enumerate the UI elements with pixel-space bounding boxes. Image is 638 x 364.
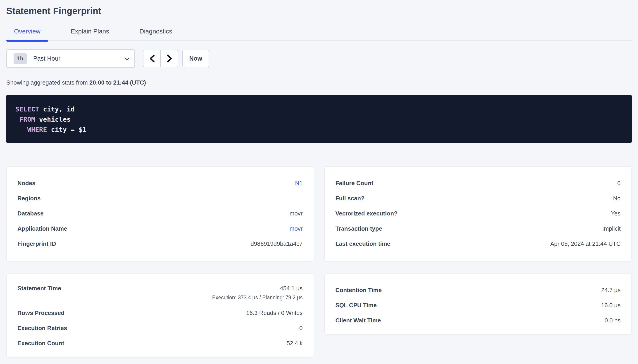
row-label-sql-cpu-time: SQL CPU Time (336, 302, 377, 309)
next-interval-button[interactable] (160, 50, 178, 67)
stats-line-prefix: Showing aggregated stats from (6, 79, 89, 86)
row-label-database: Database (18, 210, 44, 217)
tab-diagnostics-label: Diagnostics (139, 28, 172, 35)
contention-time-value: 24.7 µs (601, 287, 620, 294)
sql-keyword: FROM (19, 116, 35, 123)
execution-attributes-card: Failure Count 0 Full scan? No Vectorized… (324, 166, 632, 261)
cards-row-top: Nodes N1 Regions Database movr Applicati… (6, 166, 632, 261)
chevron-down-icon (125, 56, 130, 60)
nodes-link[interactable]: N1 (295, 180, 302, 187)
last-execution-time-value: Apr 05, 2024 at 21:44 UTC (550, 240, 620, 247)
time-range-badge: 1h (14, 53, 27, 64)
row-label-contention-time: Contention Time (336, 287, 382, 294)
table-row: SQL CPU Time 16.0 µs (336, 298, 621, 313)
execution-retries-value: 0 (299, 325, 302, 332)
table-row: Vectorized execution? Yes (336, 206, 621, 221)
transaction-type-value: Implicit (602, 225, 620, 232)
sql-cpu-time-value: 16.0 µs (601, 302, 620, 309)
aggregated-stats-line: Showing aggregated stats from 20:00 to 2… (6, 79, 632, 86)
application-name-link[interactable]: movr (290, 225, 303, 232)
table-row: Failure Count 0 (336, 176, 621, 191)
tab-explain-plans[interactable]: Explain Plans (63, 24, 117, 40)
time-range-dropdown[interactable]: 1h Past Hour (6, 49, 135, 68)
row-label-vectorized-execution: Vectorized execution? (336, 210, 398, 217)
table-row: Application Name movr (18, 221, 303, 236)
table-row: Database movr (18, 206, 303, 221)
client-wait-time-value: 0.0 ns (604, 317, 620, 324)
rows-processed-value: 16.3 Reads / 0 Writes (246, 310, 303, 316)
stats-line-range: 20:00 to 21:44 (UTC) (89, 79, 146, 86)
statement-time-value: 454.1 µs (280, 285, 302, 292)
row-label-fingerprint-id: Fingerprint ID (18, 240, 56, 247)
row-label-full-scan: Full scan? (336, 195, 365, 202)
database-value: movr (290, 210, 303, 217)
sql-keyword: SELECT (16, 105, 39, 113)
full-scan-value: No (613, 195, 620, 202)
table-row: Client Wait Time 0.0 ns (336, 313, 621, 328)
wait-times-card: Contention Time 24.7 µs SQL CPU Time 16.… (324, 273, 632, 334)
row-label-execution-count: Execution Count (18, 340, 64, 347)
table-row: Last execution time Apr 05, 2024 at 21:4… (336, 236, 621, 252)
now-button-label: Now (189, 55, 202, 62)
application-details-card: Nodes N1 Regions Database movr Applicati… (6, 166, 314, 261)
statement-time-values: 454.1 µs Execution: 373.4 µs / Planning:… (212, 285, 303, 301)
sql-code: city, id (39, 105, 75, 113)
tab-overview-label: Overview (14, 28, 41, 35)
row-label-regions: Regions (18, 195, 41, 202)
sql-keyword: WHERE (27, 126, 47, 134)
table-row: Statement Time 454.1 µs Execution: 373.4… (18, 282, 303, 306)
tab-diagnostics[interactable]: Diagnostics (132, 24, 180, 40)
failure-count-value: 0 (617, 180, 620, 187)
table-row: Nodes N1 (18, 176, 303, 191)
sql-indent (16, 116, 19, 123)
previous-interval-button[interactable] (144, 50, 160, 67)
row-label-nodes: Nodes (18, 180, 35, 187)
row-label-failure-count: Failure Count (336, 180, 374, 187)
execution-count-value: 52.4 k (287, 340, 303, 347)
row-label-last-execution-time: Last execution time (336, 240, 390, 247)
row-label-execution-retries: Execution Retries (18, 325, 67, 332)
table-row: Contention Time 24.7 µs (336, 282, 621, 298)
table-row: Regions (18, 191, 303, 206)
row-label-statement-time: Statement Time (18, 285, 61, 292)
row-label-client-wait-time: Client Wait Time (336, 317, 381, 324)
time-controls: 1h Past Hour Now (6, 49, 632, 68)
chevron-right-icon (167, 54, 172, 63)
chevron-left-icon (149, 54, 155, 63)
fingerprint-id-value: d986919d9ba1a4c7 (251, 240, 303, 247)
tab-explain-plans-label: Explain Plans (71, 28, 109, 35)
sql-indent (16, 126, 27, 134)
row-label-transaction-type: Transaction type (336, 225, 382, 232)
row-label-application-name: Application Name (18, 225, 67, 232)
tab-overview[interactable]: Overview (6, 24, 48, 40)
sql-statement-box: SELECT city, id FROM vehicles WHERE city… (6, 95, 632, 143)
statement-time-breakdown: Execution: 373.4 µs / Planning: 79.2 µs (212, 294, 303, 301)
table-row: Execution Retries 0 (18, 320, 303, 336)
active-tab-underline (6, 40, 48, 42)
time-range-selected: Past Hour (33, 55, 61, 62)
table-row: Full scan? No (336, 191, 621, 206)
now-button[interactable]: Now (182, 50, 209, 67)
cards-row-bottom: Statement Time 454.1 µs Execution: 373.4… (6, 273, 632, 358)
table-row: Rows Processed 16.3 Reads / 0 Writes (18, 306, 303, 320)
table-row: Execution Count 52.4 k (18, 336, 303, 351)
statement-stats-card: Statement Time 454.1 µs Execution: 373.4… (6, 273, 314, 358)
vectorized-execution-value: Yes (611, 210, 620, 217)
row-label-rows-processed: Rows Processed (18, 310, 65, 316)
sql-statement-text: SELECT city, id FROM vehicles WHERE city… (16, 104, 622, 135)
page-title: Statement Fingerprint (6, 6, 632, 16)
sql-code: vehicles (35, 116, 71, 123)
tab-bar: Overview Explain Plans Diagnostics (6, 24, 632, 41)
table-row: Fingerprint ID d986919d9ba1a4c7 (18, 236, 303, 252)
time-nav-group (143, 50, 178, 67)
sql-code: city = $1 (47, 126, 87, 134)
table-row: Transaction type Implicit (336, 221, 621, 236)
